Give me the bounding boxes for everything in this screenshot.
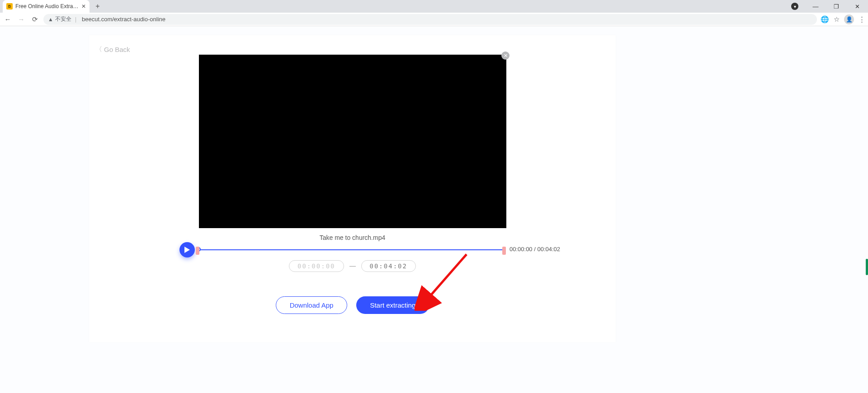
- close-window-button[interactable]: ✕: [849, 3, 865, 10]
- translate-icon[interactable]: 🌐: [821, 15, 829, 23]
- time-display: 00:00:00 / 00:04:02: [509, 246, 560, 253]
- menu-icon[interactable]: ⋮: [859, 15, 865, 23]
- security-indicator[interactable]: ▲ 不安全 |: [48, 15, 78, 23]
- tab-strip: B Free Online Audio Extractor - E ✕ + ▾ …: [0, 0, 868, 13]
- tab-title: Free Online Audio Extractor - E: [15, 3, 79, 9]
- minimize-button[interactable]: —: [807, 3, 824, 10]
- browser-tab[interactable]: B Free Online Audio Extractor - E ✕: [3, 0, 90, 13]
- tab-close-icon[interactable]: ✕: [81, 3, 86, 9]
- trim-handle-end[interactable]: [502, 247, 506, 255]
- window-controls: ▾ — ❐ ✕: [787, 0, 865, 13]
- security-text: 不安全: [55, 15, 71, 23]
- url-field[interactable]: ▲ 不安全 | beecut.com/extract-audio-online: [43, 14, 817, 25]
- timeline-track[interactable]: [197, 249, 504, 250]
- profile-avatar[interactable]: 👤: [844, 14, 854, 24]
- divider: |: [75, 16, 76, 23]
- range-dash: [349, 266, 356, 267]
- address-bar: ← → ⟳ ▲ 不安全 | beecut.com/extract-audio-o…: [0, 13, 868, 26]
- page-body: 〈 Go Back ✕ Take me to church.mp4 00:00:…: [0, 26, 868, 393]
- toolbar-right: 🌐 ☆ 👤 ⋮: [821, 14, 865, 24]
- browser-chrome: B Free Online Audio Extractor - E ✕ + ▾ …: [0, 0, 868, 26]
- file-name: Take me to church.mp4: [89, 234, 616, 241]
- scroll-indicator[interactable]: [866, 259, 868, 275]
- nav-back-button[interactable]: ←: [3, 15, 13, 23]
- tab-favicon: B: [6, 3, 13, 9]
- nav-forward-button[interactable]: →: [16, 15, 26, 23]
- end-time-input[interactable]: 00:04:02: [361, 260, 416, 272]
- star-icon[interactable]: ☆: [834, 15, 840, 23]
- new-tab-button[interactable]: +: [92, 1, 103, 12]
- go-back-button[interactable]: 〈 Go Back: [95, 45, 130, 54]
- time-separator: /: [533, 246, 538, 253]
- url-text: beecut.com/extract-audio-online: [82, 16, 165, 23]
- account-icon[interactable]: ▾: [787, 3, 803, 10]
- time-total: 00:04:02: [537, 246, 560, 253]
- video-preview[interactable]: ✕: [199, 55, 506, 228]
- action-buttons: Download App Start extracting: [89, 296, 616, 314]
- nav-reload-button[interactable]: ⟳: [30, 15, 40, 23]
- start-time-input[interactable]: 00:00:00: [289, 260, 344, 272]
- start-extracting-button[interactable]: Start extracting: [356, 296, 429, 314]
- play-button[interactable]: [179, 242, 195, 257]
- close-icon[interactable]: ✕: [501, 51, 509, 60]
- timeline: 00:00:00 / 00:04:02: [179, 242, 584, 258]
- trim-handle-start[interactable]: [196, 247, 199, 255]
- maximize-button[interactable]: ❐: [828, 3, 844, 10]
- svg-marker-0: [184, 247, 190, 253]
- chevron-left-icon: 〈: [95, 45, 102, 54]
- go-back-label: Go Back: [104, 46, 130, 53]
- time-current: 00:00:00: [509, 246, 533, 253]
- time-range-inputs: 00:00:00 00:04:02: [89, 260, 616, 272]
- download-app-button[interactable]: Download App: [276, 296, 348, 314]
- warning-icon: ▲: [48, 16, 53, 23]
- editor-card: 〈 Go Back ✕ Take me to church.mp4 00:00:…: [89, 35, 616, 342]
- play-icon: [184, 247, 190, 253]
